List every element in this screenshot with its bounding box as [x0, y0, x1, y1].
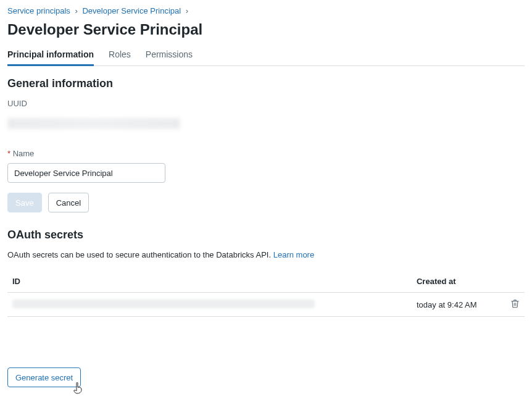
breadcrumb-sep-icon: ›: [75, 6, 78, 15]
secrets-table: ID Created at today at 9:42 AM: [7, 271, 525, 317]
generate-secret-button[interactable]: Generate secret: [7, 367, 81, 387]
learn-more-link[interactable]: Learn more: [273, 250, 314, 259]
name-input[interactable]: [7, 163, 165, 183]
breadcrumb: Service principals › Developer Service P…: [7, 5, 525, 17]
tab-principal-information[interactable]: Principal information: [7, 46, 94, 65]
secret-id-redacted: [12, 300, 315, 308]
cancel-button[interactable]: Cancel: [48, 193, 89, 212]
secret-id-cell: [7, 293, 412, 317]
uuid-value-redacted: [7, 118, 180, 129]
breadcrumb-sep-icon: ›: [186, 6, 188, 15]
tab-roles[interactable]: Roles: [109, 46, 131, 65]
save-button: Save: [7, 193, 42, 212]
column-header-actions: [502, 271, 525, 293]
oauth-description: OAuth secrets can be used to secure auth…: [7, 250, 525, 259]
tabs: Principal information Roles Permissions: [7, 46, 525, 66]
trash-icon[interactable]: [510, 301, 520, 310]
tab-permissions[interactable]: Permissions: [146, 46, 193, 65]
column-header-created-at: Created at: [412, 271, 502, 293]
oauth-secrets-heading: OAuth secrets: [7, 229, 525, 241]
breadcrumb-link-current[interactable]: Developer Service Principal: [82, 6, 181, 15]
uuid-label: UUID: [7, 99, 525, 108]
name-label: Name: [7, 149, 525, 158]
oauth-description-text: OAuth secrets can be used to secure auth…: [7, 250, 273, 259]
secret-created-cell: today at 9:42 AM: [412, 293, 502, 317]
table-row: today at 9:42 AM: [7, 293, 525, 317]
breadcrumb-link-service-principals[interactable]: Service principals: [7, 6, 70, 15]
general-info-heading: General information: [7, 77, 525, 90]
column-header-id: ID: [7, 271, 412, 293]
page-title: Developer Service Principal: [7, 21, 525, 38]
